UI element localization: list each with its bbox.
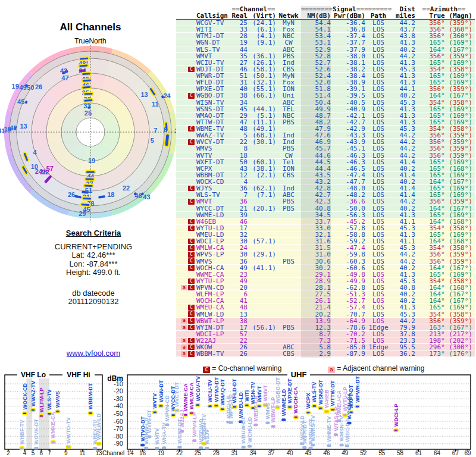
svg-text:WGVK-DT: WGVK-DT [33, 419, 39, 445]
svg-text:WCGV-TV: WCGV-TV [195, 376, 201, 401]
cochannel-badge-icon: C [203, 367, 210, 373]
svg-text:19: 19 [12, 83, 19, 90]
svg-text:-70: -70 [114, 425, 123, 432]
svg-text:WMEU-LD: WMEU-LD [238, 392, 244, 418]
radar-marker: 19 [12, 83, 19, 90]
svg-text:43: 43 [60, 67, 67, 74]
legend-adjacent: a = Adjacent channel warning [327, 364, 424, 373]
cochannel-badge-icon: C [188, 345, 195, 350]
signal-bar: WBBM-DT [87, 383, 93, 415]
search-criteria: Search Criteria CURRENT+PENDING Lat: 42.… [19, 229, 168, 306]
cochannel-badge-icon: C [188, 258, 195, 264]
signal-bar: WGVK-DT [33, 419, 39, 450]
svg-text:13: 13 [141, 91, 148, 98]
true-north-label: TrueNorth [0, 37, 181, 45]
svg-text:WMLW-CA: WMLW-CA [189, 382, 195, 409]
signal-bar: WMKE-CA [51, 412, 57, 443]
svg-text:WWAZ-TV: WWAZ-TV [30, 381, 36, 406]
cochannel-badge-icon: C [188, 199, 195, 205]
svg-text:WDCI-LP: WDCI-LP [393, 403, 399, 427]
svg-text:61: 61 [415, 450, 422, 456]
svg-text:55: 55 [378, 450, 386, 456]
svg-text:WTTW-DT: WTTW-DT [330, 380, 336, 406]
cochannel-badge-icon: C [188, 305, 195, 311]
cochannel-badge-icon: C [188, 139, 195, 145]
svg-text:19: 19 [158, 450, 165, 456]
search-lat: Lat: 42.46*** [19, 251, 168, 260]
cochannel-badge-icon: C [188, 338, 195, 344]
cochannel-badge-icon: C [188, 318, 195, 324]
svg-text:18: 18 [107, 191, 114, 198]
svg-text:40: 40 [286, 450, 293, 456]
cochannel-badge-icon: C [188, 186, 195, 192]
adjacent-badge-icon: a [181, 285, 187, 291]
radar-marker: 7 [154, 127, 157, 134]
svg-text:WLS-TV: WLS-TV [312, 382, 318, 403]
svg-text:31: 31 [231, 450, 239, 456]
signal-bar: WPVN-CD [164, 395, 170, 426]
table-header: ==Channel==========Signal=========Dist==… [176, 6, 475, 20]
db-datecode-label: db datecode [19, 289, 168, 298]
svg-text:-90: -90 [114, 440, 123, 447]
svg-text:WLFM-LP: WLFM-LP [39, 388, 45, 412]
svg-text:13: 13 [20, 123, 27, 130]
radar-marker: 13 [20, 123, 27, 130]
svg-text:WMVT: WMVT [256, 386, 262, 402]
svg-text:22: 22 [123, 184, 130, 192]
svg-text:49: 49 [19, 84, 26, 91]
svg-text:WGBO-DT: WGBO-DT [275, 377, 281, 403]
svg-text:WSNS-DT: WSNS-DT [318, 379, 324, 404]
svg-text:WPVN-LP: WPVN-LP [192, 412, 198, 437]
table-row: WVTV18CW44.6-46.3LOS44.2356° (359°) [176, 152, 475, 159]
signal-bar: WSNS-DT [318, 379, 324, 409]
svg-text:9: 9 [64, 450, 68, 456]
signal-bar: WVCY-DT [174, 382, 180, 412]
svg-text:50: 50 [27, 84, 34, 91]
svg-text:-30: -30 [114, 395, 123, 402]
signal-bar: WCPX [305, 393, 311, 414]
svg-text:14: 14 [127, 450, 134, 456]
db-datecode-value: 201112090132 [19, 298, 168, 306]
cochannel-badge-icon: C [188, 67, 195, 73]
cochannel-badge-icon: C [188, 219, 195, 225]
svg-text:WVTV: WVTV [152, 393, 158, 409]
signal-bar: WDCI-LP [393, 403, 399, 431]
svg-text:WWTO-TV: WWTO-TV [65, 417, 71, 443]
svg-text:WMVS: WMVS [55, 391, 61, 408]
svg-text:34: 34 [250, 450, 257, 456]
tvfool-link[interactable]: www.tvfool.com [19, 349, 168, 358]
vhf-panel: 2456791113WOCK-CDWHBF-TVWWAZ-TVWGVK-DTWL… [5, 371, 102, 456]
svg-text:-10: -10 [114, 380, 123, 387]
adjacent-badge-icon: a [181, 345, 187, 350]
svg-text:WMVT: WMVT [262, 385, 268, 402]
svg-text:4: 4 [23, 450, 27, 456]
legend-cochannel: C = Co-channel warning [202, 364, 281, 373]
svg-text:WBBM-DT: WBBM-DT [87, 383, 93, 409]
signal-bar: W46EB [324, 389, 330, 413]
svg-text:7: 7 [154, 127, 157, 134]
svg-text:19: 19 [88, 157, 95, 164]
svg-text:WBUW-DT: WBUW-DT [240, 417, 246, 443]
signal-bar: WWAZ-TV [30, 381, 36, 412]
svg-text:WWME-CA: WWME-CA [183, 383, 189, 411]
legend-adjacent-text: = Adjacent channel warning [337, 364, 424, 373]
svg-text:WGN-DT: WGN-DT [158, 380, 164, 402]
svg-text:WIFR-DT: WIFR-DT [302, 421, 308, 443]
svg-text:46: 46 [134, 192, 142, 199]
signal-bar: WGN-DT [158, 380, 164, 407]
search-lon: Lon: -87.84*** [19, 260, 168, 269]
svg-text:25: 25 [195, 450, 202, 456]
dbm-axis: dBm-10-20-30-40-50-60-70-80-90Channel [102, 374, 124, 456]
svg-text:58: 58 [397, 450, 404, 456]
svg-text:WHBF-TV: WHBF-TV [19, 420, 25, 445]
svg-text:WWME-LD: WWME-LD [281, 389, 287, 416]
svg-text:46: 46 [323, 450, 330, 456]
cochannel-badge-icon: C [188, 325, 195, 331]
signal-bar: WPXE-DT [287, 378, 293, 409]
adjacent-badge-icon: a [181, 351, 187, 357]
radar-marker: 50 [27, 84, 34, 91]
svg-text:22: 22 [176, 450, 183, 456]
svg-text:WVCY-DT: WVCY-DT [174, 382, 180, 407]
svg-text:WWRS-TV: WWRS-TV [310, 415, 316, 442]
table-row: CWMVS36PBS30.6-60.3LOS44.2356° (359°) [176, 258, 475, 265]
